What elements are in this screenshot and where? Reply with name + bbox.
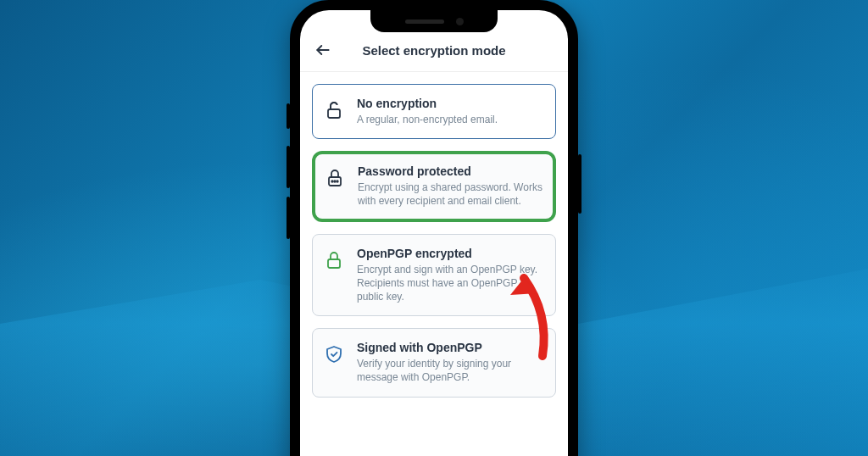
option-desc: Verify your identity by signing your mes…	[357, 357, 543, 384]
svg-rect-6	[328, 259, 340, 268]
page-title: Select encryption mode	[314, 43, 554, 58]
phone-volume-down	[287, 197, 290, 239]
option-title: Password protected	[358, 164, 542, 178]
option-password-protected[interactable]: Password protected Encrypt using a share…	[312, 151, 556, 221]
app-screen: Select encryption mode No encryption A r…	[300, 10, 568, 456]
option-openpgp-encrypted[interactable]: OpenPGP encrypted Encrypt and sign with …	[312, 234, 556, 317]
phone-notch	[370, 10, 498, 32]
svg-point-4	[334, 181, 336, 182]
option-desc: Encrypt using a shared password. Works w…	[358, 181, 542, 208]
shield-check-icon	[323, 344, 345, 364]
option-text: No encryption A regular, non-encrypted e…	[357, 97, 498, 126]
option-desc: Encrypt and sign with an OpenPGP key. Re…	[357, 263, 543, 304]
svg-point-3	[331, 181, 333, 182]
option-desc: A regular, non-encrypted email.	[357, 113, 498, 126]
svg-rect-1	[328, 109, 340, 118]
unlock-icon	[323, 100, 345, 120]
option-text: OpenPGP encrypted Encrypt and sign with …	[357, 247, 543, 304]
lock-pgp-icon	[323, 250, 345, 270]
option-no-encryption[interactable]: No encryption A regular, non-encrypted e…	[312, 84, 556, 139]
svg-point-5	[337, 181, 338, 182]
phone-mute-switch	[287, 103, 290, 129]
option-title: Signed with OpenPGP	[357, 341, 543, 354]
option-text: Password protected Encrypt using a share…	[358, 164, 542, 208]
option-signed-openpgp[interactable]: Signed with OpenPGP Verify your identity…	[312, 328, 556, 397]
phone-volume-up	[287, 146, 290, 188]
phone-power-button	[578, 154, 581, 214]
phone-camera	[456, 18, 464, 25]
option-title: No encryption	[357, 97, 498, 110]
option-text: Signed with OpenPGP Verify your identity…	[357, 341, 543, 384]
encryption-options-list: No encryption A regular, non-encrypted e…	[300, 72, 568, 398]
phone-speaker	[405, 19, 444, 24]
option-title: OpenPGP encrypted	[357, 247, 543, 260]
lock-password-icon	[324, 168, 346, 188]
phone-frame: Select encryption mode No encryption A r…	[290, 0, 578, 456]
